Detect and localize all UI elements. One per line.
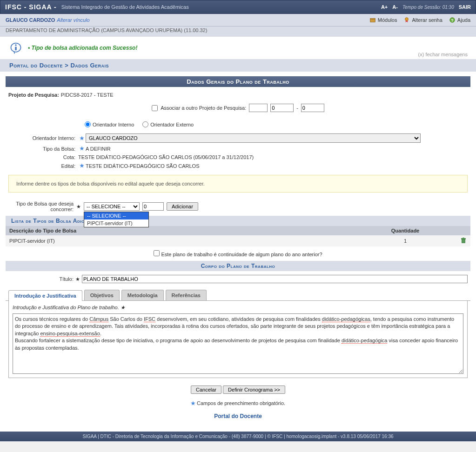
dropdown-option[interactable]: -- SELECIONE --: [84, 212, 148, 219]
help-button[interactable]: ? Ajuda: [449, 17, 470, 23]
tab-metodologia[interactable]: Metodologia: [121, 290, 164, 300]
corpo-header: Corpo do Plano de Trabalho: [6, 261, 470, 271]
section-header: Dados Gerais do Plano de Trabalho: [6, 76, 470, 87]
ribbon-icon: [403, 17, 410, 23]
tipo-bolsa-label: Tipo da Bolsa:: [8, 146, 78, 152]
bolsa-table: Descrição do Tipo de Bolsa Quantidade PI…: [6, 226, 470, 246]
assoc-sep: -: [296, 105, 298, 111]
titulo-input[interactable]: [82, 275, 468, 283]
orient-interno-radio[interactable]: Orientador Interno: [85, 121, 134, 127]
info-icon: [9, 41, 22, 54]
tab-content: Introdução e Justificativa do Plano de t…: [8, 301, 468, 378]
footer: SIGAA | DTIC - Diretoria de Tecnologia d…: [0, 432, 476, 441]
change-password-button[interactable]: Alterar senha: [403, 17, 442, 23]
edital-value: TESTE DIDÁTICO-PEDAGÓGICO SÃO CARLOS: [86, 163, 199, 169]
box-icon: [369, 17, 376, 23]
cronograma-button[interactable]: Definir Cronograma >>: [223, 386, 285, 394]
svg-point-5: [15, 44, 17, 46]
top-bar: IFSC - SIGAA - Sistema Integrado de Gest…: [0, 0, 476, 14]
tab-referencias[interactable]: Referências: [166, 290, 207, 300]
tipo-concorrer-select[interactable]: -- SELECIONE --: [84, 202, 140, 211]
success-message-text: • Tipo de bolsa adicionada com Sucesso!: [28, 45, 137, 51]
adicionar-button[interactable]: Adicionar: [167, 202, 198, 211]
portal-docente-link[interactable]: Portal do Docente: [214, 413, 262, 419]
projeto-value: PIDCS8-2017 - TESTE: [61, 92, 114, 98]
orient-interno-label: Orientador Interno:: [8, 135, 78, 141]
svg-rect-9: [463, 238, 464, 239]
info-box: Informe dentre os tipos de bolsa disponí…: [8, 175, 468, 193]
cell-qty: 1: [359, 235, 452, 246]
cota-value: TESTE DIDÁTICO-PEDAGÓGICO SÃO CARLOS (05…: [78, 154, 254, 160]
tab-sublabel: Introdução e Justificativa do Plano de t…: [13, 305, 463, 311]
close-message-button[interactable]: (x) fechar mensagens: [418, 52, 468, 57]
continuidade-checkbox[interactable]: Este plano de trabalho é continuidade de…: [154, 252, 322, 257]
breadcrumb: Portal do Docente > Dados Gerais: [0, 59, 476, 72]
assoc-label: Associar a outro Projeto de Pesquisa:: [161, 105, 246, 111]
session-time-label: Tempo de Sessão: 01:30: [402, 5, 454, 10]
required-star: ★: [75, 276, 80, 282]
svg-text:?: ?: [451, 18, 453, 23]
titulo-label: Título:: [8, 276, 74, 282]
success-message-box: • Tipo de bolsa adicionada com Sucesso! …: [0, 37, 476, 59]
orient-externo-radio[interactable]: Orientador Externo: [142, 121, 194, 127]
cota-label: Cota:: [8, 154, 78, 160]
change-link-button[interactable]: Alterar vínculo: [57, 17, 89, 23]
font-increase-button[interactable]: A+: [381, 4, 388, 10]
user-bar: GLAUCO CARDOZO Alterar vínculo Módulos A…: [0, 14, 476, 27]
svg-rect-0: [370, 19, 375, 22]
svg-rect-7: [462, 239, 465, 243]
tabs: Introdução e Justificativa Objetivos Met…: [6, 290, 470, 301]
assoc-field-3[interactable]: [301, 104, 324, 112]
system-short-name: IFSC - SIGAA -: [5, 3, 57, 11]
introducao-textarea[interactable]: Os cursos técnicos regulares do Câmpus S…: [13, 313, 463, 374]
help-icon: ?: [449, 17, 456, 23]
font-decrease-button[interactable]: A-: [392, 4, 398, 10]
trash-icon[interactable]: [460, 237, 467, 244]
exit-button[interactable]: SAIR: [459, 4, 471, 10]
col-qty: Quantidade: [359, 226, 452, 235]
tab-objetivos[interactable]: Objetivos: [84, 290, 120, 300]
tab-introducao[interactable]: Introdução e Justificativa: [8, 290, 82, 301]
table-row: PIPCIT-servidor (IT) 1: [6, 235, 470, 246]
required-star: ★: [76, 204, 81, 210]
tipo-concorrer-dropdown: -- SELECIONE -- PIPCIT-servidor (IT): [84, 212, 149, 227]
required-star: ★: [80, 135, 84, 141]
modules-button[interactable]: Módulos: [369, 17, 397, 23]
projeto-label: Projeto de Pesquisa:: [8, 92, 59, 98]
col-desc: Descrição do Tipo de Bolsa: [6, 226, 359, 235]
tipo-bolsa-value: A DEFINIR: [86, 146, 111, 152]
svg-point-1: [405, 18, 409, 21]
orient-interno-select[interactable]: GLAUCO CARDOZO: [86, 133, 421, 143]
required-note: ★ Campos de preenchimento obrigatório.: [6, 398, 470, 409]
lista-header: Lista de Tipos de Bolsa Adicionadas: [6, 216, 470, 226]
department-label: DEPARTAMENTO DE ADMINISTRAÇÃO (CAMPUS AV…: [0, 27, 476, 37]
tipo-concorrer-label: Tipo de Bolsa que deseja concorrer:: [8, 201, 74, 212]
user-name: GLAUCO CARDOZO: [6, 17, 55, 23]
assoc-field-2[interactable]: [270, 104, 294, 112]
edital-label: Edital:: [8, 163, 78, 169]
cancelar-button[interactable]: Cancelar: [191, 386, 221, 394]
svg-rect-6: [15, 47, 17, 50]
assoc-checkbox[interactable]: [152, 105, 158, 111]
tipo-concorrer-qty-input[interactable]: [142, 202, 164, 211]
dropdown-option[interactable]: PIPCIT-servidor (IT): [84, 219, 148, 227]
required-star: ★: [80, 163, 84, 169]
required-star: ★: [80, 146, 84, 152]
svg-rect-8: [462, 239, 466, 239]
cell-desc: PIPCIT-servidor (IT): [6, 235, 359, 246]
system-full-name: Sistema Integrado de Gestão de Atividade…: [61, 4, 189, 10]
assoc-field-1[interactable]: [249, 104, 268, 112]
